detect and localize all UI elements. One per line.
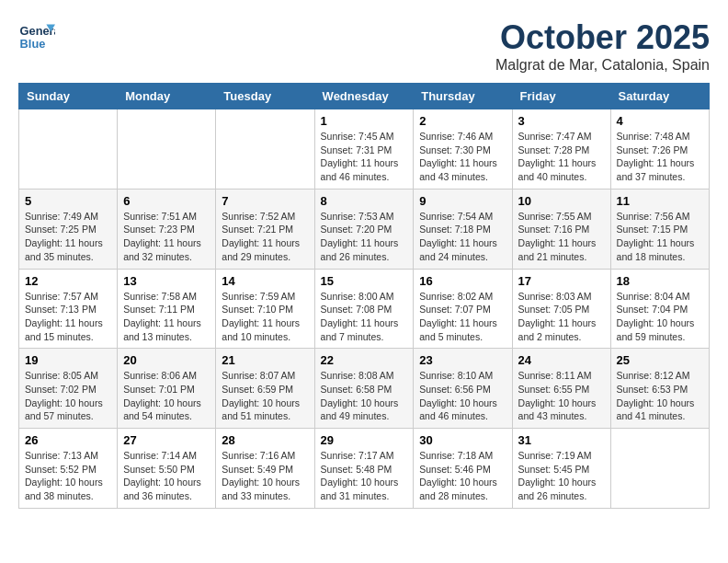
day-number: 6 xyxy=(123,194,210,208)
calendar-cell: 22Sunrise: 8:08 AMSunset: 6:58 PMDayligh… xyxy=(314,349,414,429)
day-number: 2 xyxy=(419,114,506,128)
calendar-cell: 5Sunrise: 7:49 AMSunset: 7:25 PMDaylight… xyxy=(19,189,118,269)
week-row-1: 1Sunrise: 7:45 AMSunset: 7:31 PMDaylight… xyxy=(19,109,710,190)
day-info: Sunrise: 7:58 AMSunset: 7:11 PMDaylight:… xyxy=(123,290,210,344)
weekday-header-tuesday: Tuesday xyxy=(216,84,314,109)
page-header: General Blue October 2025 Malgrat de Mar… xyxy=(18,18,710,74)
day-number: 21 xyxy=(222,353,308,367)
title-block: October 2025 Malgrat de Mar, Catalonia, … xyxy=(495,18,710,74)
day-info: Sunrise: 8:04 AMSunset: 7:04 PMDaylight:… xyxy=(617,290,703,344)
calendar-cell: 19Sunrise: 8:05 AMSunset: 7:02 PMDayligh… xyxy=(19,349,118,429)
weekday-header-monday: Monday xyxy=(118,84,216,109)
day-info: Sunrise: 8:12 AMSunset: 6:53 PMDaylight:… xyxy=(617,369,703,423)
day-number: 4 xyxy=(617,114,703,128)
calendar-cell: 18Sunrise: 8:04 AMSunset: 7:04 PMDayligh… xyxy=(610,269,709,349)
calendar-cell: 28Sunrise: 7:16 AMSunset: 5:49 PMDayligh… xyxy=(216,429,314,509)
day-info: Sunrise: 7:56 AMSunset: 7:15 PMDaylight:… xyxy=(617,210,703,264)
day-number: 1 xyxy=(321,114,408,128)
day-number: 14 xyxy=(222,274,308,288)
day-info: Sunrise: 8:07 AMSunset: 6:59 PMDaylight:… xyxy=(222,369,308,423)
day-info: Sunrise: 8:03 AMSunset: 7:05 PMDaylight:… xyxy=(518,290,605,344)
day-number: 18 xyxy=(617,274,703,288)
day-info: Sunrise: 7:51 AMSunset: 7:23 PMDaylight:… xyxy=(123,210,210,264)
day-info: Sunrise: 7:55 AMSunset: 7:16 PMDaylight:… xyxy=(518,210,605,264)
month-title: October 2025 xyxy=(495,18,710,57)
day-info: Sunrise: 8:02 AMSunset: 7:07 PMDaylight:… xyxy=(419,290,506,344)
calendar-cell xyxy=(118,109,216,190)
day-number: 25 xyxy=(617,353,703,367)
calendar-cell: 13Sunrise: 7:58 AMSunset: 7:11 PMDayligh… xyxy=(118,269,216,349)
weekday-header-sunday: Sunday xyxy=(19,84,118,109)
calendar-cell: 17Sunrise: 8:03 AMSunset: 7:05 PMDayligh… xyxy=(512,269,610,349)
day-number: 12 xyxy=(25,274,111,288)
day-number: 3 xyxy=(518,114,605,128)
day-number: 28 xyxy=(222,433,308,447)
calendar-cell: 7Sunrise: 7:52 AMSunset: 7:21 PMDaylight… xyxy=(216,189,314,269)
week-row-2: 5Sunrise: 7:49 AMSunset: 7:25 PMDaylight… xyxy=(19,189,710,269)
day-number: 27 xyxy=(123,433,210,447)
day-number: 22 xyxy=(321,353,408,367)
day-info: Sunrise: 8:05 AMSunset: 7:02 PMDaylight:… xyxy=(25,369,111,423)
logo: General Blue xyxy=(18,18,60,55)
week-row-5: 26Sunrise: 7:13 AMSunset: 5:52 PMDayligh… xyxy=(19,429,710,509)
calendar-cell: 14Sunrise: 7:59 AMSunset: 7:10 PMDayligh… xyxy=(216,269,314,349)
calendar-cell: 29Sunrise: 7:17 AMSunset: 5:48 PMDayligh… xyxy=(314,429,414,509)
calendar-cell: 20Sunrise: 8:06 AMSunset: 7:01 PMDayligh… xyxy=(118,349,216,429)
week-row-3: 12Sunrise: 7:57 AMSunset: 7:13 PMDayligh… xyxy=(19,269,710,349)
day-number: 15 xyxy=(321,274,408,288)
day-info: Sunrise: 7:17 AMSunset: 5:48 PMDaylight:… xyxy=(321,449,408,503)
weekday-header-row: SundayMondayTuesdayWednesdayThursdayFrid… xyxy=(19,84,710,109)
day-info: Sunrise: 7:19 AMSunset: 5:45 PMDaylight:… xyxy=(518,449,605,503)
calendar-cell xyxy=(610,429,709,509)
location: Malgrat de Mar, Catalonia, Spain xyxy=(495,57,710,74)
day-info: Sunrise: 8:11 AMSunset: 6:55 PMDaylight:… xyxy=(518,369,605,423)
calendar-cell: 31Sunrise: 7:19 AMSunset: 5:45 PMDayligh… xyxy=(512,429,610,509)
calendar-cell: 21Sunrise: 8:07 AMSunset: 6:59 PMDayligh… xyxy=(216,349,314,429)
day-info: Sunrise: 8:00 AMSunset: 7:08 PMDaylight:… xyxy=(321,290,408,344)
calendar-cell: 1Sunrise: 7:45 AMSunset: 7:31 PMDaylight… xyxy=(314,109,414,190)
day-info: Sunrise: 7:46 AMSunset: 7:30 PMDaylight:… xyxy=(419,130,506,184)
day-number: 11 xyxy=(617,194,703,208)
weekday-header-thursday: Thursday xyxy=(414,84,512,109)
calendar-cell: 9Sunrise: 7:54 AMSunset: 7:18 PMDaylight… xyxy=(414,189,512,269)
calendar-cell: 30Sunrise: 7:18 AMSunset: 5:46 PMDayligh… xyxy=(414,429,512,509)
day-info: Sunrise: 7:53 AMSunset: 7:20 PMDaylight:… xyxy=(321,210,408,264)
weekday-header-saturday: Saturday xyxy=(610,84,709,109)
weekday-header-wednesday: Wednesday xyxy=(314,84,414,109)
day-info: Sunrise: 7:45 AMSunset: 7:31 PMDaylight:… xyxy=(321,130,408,184)
day-info: Sunrise: 7:13 AMSunset: 5:52 PMDaylight:… xyxy=(25,449,111,503)
calendar-cell: 27Sunrise: 7:14 AMSunset: 5:50 PMDayligh… xyxy=(118,429,216,509)
day-info: Sunrise: 7:47 AMSunset: 7:28 PMDaylight:… xyxy=(518,130,605,184)
day-info: Sunrise: 7:16 AMSunset: 5:49 PMDaylight:… xyxy=(222,449,308,503)
day-info: Sunrise: 7:49 AMSunset: 7:25 PMDaylight:… xyxy=(25,210,111,264)
calendar-cell: 24Sunrise: 8:11 AMSunset: 6:55 PMDayligh… xyxy=(512,349,610,429)
day-number: 5 xyxy=(25,194,111,208)
calendar-table: SundayMondayTuesdayWednesdayThursdayFrid… xyxy=(18,83,710,509)
day-number: 30 xyxy=(419,433,506,447)
day-number: 17 xyxy=(518,274,605,288)
calendar-cell: 11Sunrise: 7:56 AMSunset: 7:15 PMDayligh… xyxy=(610,189,709,269)
day-info: Sunrise: 7:48 AMSunset: 7:26 PMDaylight:… xyxy=(617,130,703,184)
calendar-cell: 16Sunrise: 8:02 AMSunset: 7:07 PMDayligh… xyxy=(414,269,512,349)
calendar-cell: 15Sunrise: 8:00 AMSunset: 7:08 PMDayligh… xyxy=(314,269,414,349)
day-info: Sunrise: 8:06 AMSunset: 7:01 PMDaylight:… xyxy=(123,369,210,423)
day-number: 20 xyxy=(123,353,210,367)
calendar-cell xyxy=(216,109,314,190)
calendar-cell: 25Sunrise: 8:12 AMSunset: 6:53 PMDayligh… xyxy=(610,349,709,429)
day-info: Sunrise: 7:59 AMSunset: 7:10 PMDaylight:… xyxy=(222,290,308,344)
svg-text:Blue: Blue xyxy=(20,37,46,51)
day-number: 13 xyxy=(123,274,210,288)
day-info: Sunrise: 7:54 AMSunset: 7:18 PMDaylight:… xyxy=(419,210,506,264)
calendar-cell: 3Sunrise: 7:47 AMSunset: 7:28 PMDaylight… xyxy=(512,109,610,190)
logo-icon: General Blue xyxy=(18,18,55,55)
day-number: 9 xyxy=(419,194,506,208)
day-number: 26 xyxy=(25,433,111,447)
calendar-cell: 10Sunrise: 7:55 AMSunset: 7:16 PMDayligh… xyxy=(512,189,610,269)
day-info: Sunrise: 7:52 AMSunset: 7:21 PMDaylight:… xyxy=(222,210,308,264)
calendar-cell xyxy=(19,109,118,190)
weekday-header-friday: Friday xyxy=(512,84,610,109)
day-info: Sunrise: 8:10 AMSunset: 6:56 PMDaylight:… xyxy=(419,369,506,423)
day-info: Sunrise: 8:08 AMSunset: 6:58 PMDaylight:… xyxy=(321,369,408,423)
day-number: 31 xyxy=(518,433,605,447)
day-number: 8 xyxy=(321,194,408,208)
